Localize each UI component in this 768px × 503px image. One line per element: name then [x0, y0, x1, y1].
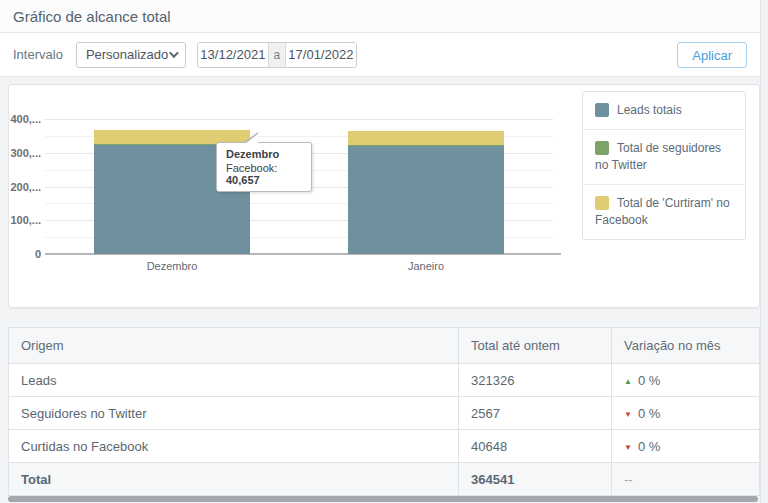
interval-select-value: Personalizado [86, 47, 168, 62]
trend-down-icon: ▼ [624, 410, 632, 419]
chevron-down-icon [169, 48, 179, 58]
interval-filter-bar: Intervalo Personalizado a Aplicar [0, 33, 760, 77]
y-axis-tick-label: 0 [9, 248, 41, 260]
apply-button[interactable]: Aplicar [677, 42, 747, 68]
chart-card: Dezembro Facebook: 40,657 400,...300,...… [8, 84, 760, 308]
cell-total: 2567 [459, 397, 612, 430]
gridline-major [45, 119, 553, 120]
legend-swatch-icon [595, 103, 609, 117]
bar-segment[interactable] [348, 145, 504, 146]
column-header-origem: Origem [9, 328, 459, 364]
y-axis-tick-label: 100,... [9, 214, 41, 226]
column-header-total: Total até ontem [459, 328, 612, 364]
cell-origem: Curtidas no Facebook [9, 430, 459, 463]
reach-report-panel: Gráfico de alcance total Intervalo Perso… [0, 0, 761, 503]
legend-label: Total de 'Curtiram' no Facebook [595, 196, 730, 227]
x-axis-category-label: Dezembro [112, 260, 232, 272]
cell-origem: Seguidores no Twitter [9, 397, 459, 430]
table-row: Leads321326▲0 % [9, 364, 760, 397]
y-axis-tick-label: 400,... [9, 113, 41, 125]
table-header-row: Origem Total até ontem Variação no mês [9, 328, 760, 364]
panel-header: Gráfico de alcance total [0, 0, 760, 33]
bar-segment[interactable] [348, 131, 504, 145]
cell-total: 321326 [459, 364, 612, 397]
cell-variacao: -- [612, 463, 760, 496]
trend-up-icon: ▲ [624, 377, 632, 386]
legend-label: Leads totais [617, 103, 682, 117]
chart-legend: Leads totaisTotal de seguidores no Twitt… [582, 91, 746, 240]
tooltip-value-line: Facebook: 40,657 [226, 162, 302, 186]
table-row: Seguidores no Twitter2567▼0 % [9, 397, 760, 430]
legend-item[interactable]: Total de seguidores no Twitter [583, 129, 745, 184]
date-to-input[interactable] [286, 43, 356, 67]
date-from-input[interactable] [198, 43, 268, 67]
date-range-group: a [197, 42, 357, 68]
legend-label: Total de seguidores no Twitter [595, 141, 721, 172]
interval-select[interactable]: Personalizado [76, 42, 186, 68]
table-row: Total364541-- [9, 463, 760, 496]
legend-swatch-icon [595, 141, 609, 155]
interval-label: Intervalo [13, 47, 63, 62]
summary-table: Origem Total até ontem Variação no mês L… [8, 327, 760, 496]
cell-variacao: ▼0 % [612, 397, 760, 430]
report-body: Dezembro Facebook: 40,657 400,...300,...… [0, 77, 760, 503]
table-row: Curtidas no Facebook40648▼0 % [9, 430, 760, 463]
tooltip-title: Dezembro [226, 148, 302, 160]
legend-item[interactable]: Total de 'Curtiram' no Facebook [583, 184, 745, 239]
horizontal-scrollbar-thumb[interactable] [8, 496, 758, 502]
cell-total: 364541 [459, 463, 612, 496]
chart-tooltip: Dezembro Facebook: 40,657 [216, 142, 312, 192]
cell-total: 40648 [459, 430, 612, 463]
cell-origem: Total [9, 463, 459, 496]
y-axis-tick-label: 200,... [9, 181, 41, 193]
cell-variacao: ▼0 % [612, 430, 760, 463]
no-variation-placeholder: -- [624, 472, 633, 487]
page-title: Gráfico de alcance total [13, 8, 760, 25]
cell-variacao: ▲0 % [612, 364, 760, 397]
column-header-variacao: Variação no mês [612, 328, 760, 364]
legend-item[interactable]: Leads totais [583, 92, 745, 129]
legend-swatch-icon [595, 196, 609, 210]
date-range-separator: a [268, 43, 286, 67]
trend-down-icon: ▼ [624, 443, 632, 452]
x-axis-category-label: Janeiro [366, 260, 486, 272]
bar-segment[interactable] [348, 146, 504, 254]
y-axis-tick-label: 300,... [9, 147, 41, 159]
cell-origem: Leads [9, 364, 459, 397]
